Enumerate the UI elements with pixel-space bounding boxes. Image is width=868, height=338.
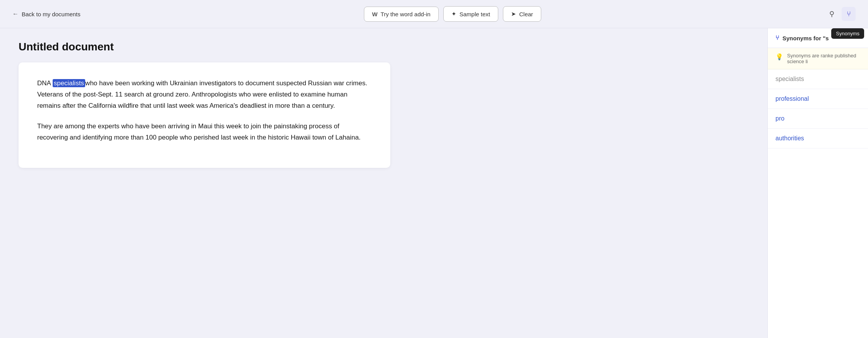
sample-text-label: Sample text xyxy=(460,11,490,17)
synonym-item-pro[interactable]: pro xyxy=(768,109,868,129)
document-content: DNA specialistswho have been working wit… xyxy=(19,62,390,168)
word-addon-button[interactable]: W Try the word add-in xyxy=(364,7,439,22)
document-area: Untitled document DNA specialistswho hav… xyxy=(0,28,767,338)
bulb-icon: 💡 xyxy=(775,53,783,60)
paragraph-1: DNA specialistswho have been working wit… xyxy=(37,78,372,112)
panel-icons: ⚲ ⑂ xyxy=(825,7,856,21)
back-link-label: Back to my documents xyxy=(22,11,81,17)
synonyms-info: 💡 Synonyms are ranke published science l… xyxy=(768,48,868,69)
synonym-item-professional[interactable]: professional xyxy=(768,89,868,109)
synonyms-info-text: Synonyms are ranke published science li xyxy=(787,53,860,64)
synonyms-panel: Synonyms ⑂ Synonyms for "s 💡 Synonyms ar… xyxy=(767,28,868,338)
synonyms-tooltip: Synonyms xyxy=(831,28,864,39)
top-bar: ← Back to my documents W Try the word ad… xyxy=(0,0,868,28)
star-icon: ✦ xyxy=(451,10,456,17)
search-panel-icon[interactable]: ⚲ xyxy=(825,7,839,21)
word-addon-label: Try the word add-in xyxy=(381,11,431,17)
synonyms-header-icon: ⑂ xyxy=(775,34,779,41)
synonym-item-specialists[interactable]: specialists xyxy=(768,69,868,89)
clear-label: Clear xyxy=(519,11,533,17)
main-layout: Untitled document DNA specialistswho hav… xyxy=(0,28,868,338)
synonyms-header-label: Synonyms for "s xyxy=(782,35,829,41)
back-arrow-icon: ← xyxy=(12,10,19,17)
back-link[interactable]: ← Back to my documents xyxy=(12,10,81,17)
paragraph1-prefix: DNA xyxy=(37,79,53,87)
sample-text-button[interactable]: ✦ Sample text xyxy=(443,6,498,22)
paragraph-2: They are among the experts who have been… xyxy=(37,121,372,143)
word-icon: W xyxy=(372,11,377,17)
paragraph1-text: who have been working with Ukrainian inv… xyxy=(37,79,367,109)
clear-button[interactable]: ➤ Clear xyxy=(503,6,541,22)
synonym-item-authorities[interactable]: authorities xyxy=(768,129,868,148)
synonyms-panel-icon[interactable]: ⑂ xyxy=(842,7,856,21)
highlighted-word: specialists xyxy=(53,79,85,87)
toolbar-buttons: W Try the word add-in ✦ Sample text ➤ Cl… xyxy=(364,6,541,22)
document-title: Untitled document xyxy=(19,41,749,53)
send-icon: ➤ xyxy=(511,10,516,17)
